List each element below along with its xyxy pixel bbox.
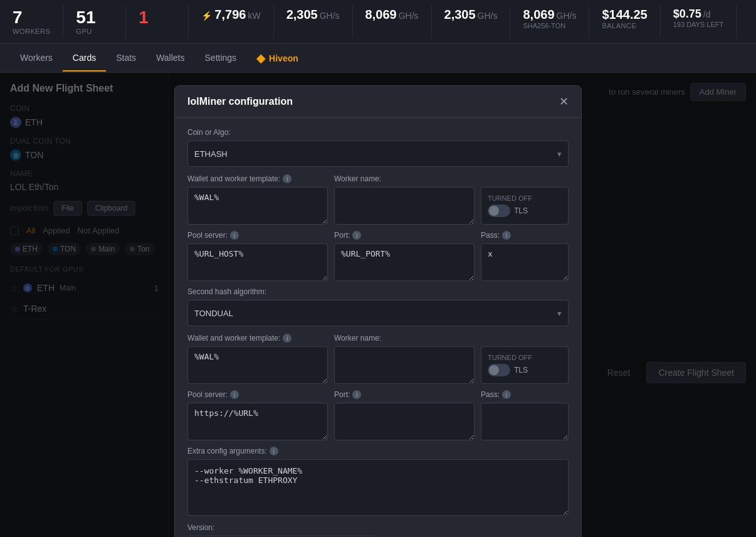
tls-field-1: TURNED OFF TLS bbox=[481, 174, 569, 225]
coin-algo-label: Coin or Algo: bbox=[187, 128, 569, 137]
pool-info-icon-2[interactable]: i bbox=[230, 390, 239, 399]
pass-info-icon-1[interactable]: i bbox=[502, 231, 511, 240]
top-bar: 7 WORKERS 51 GPU 1 ⚡ 7,796 kW 2,305 GH/s… bbox=[0, 0, 756, 44]
workers-label: WORKERS bbox=[13, 28, 50, 35]
pool-info-icon-1[interactable]: i bbox=[230, 231, 239, 240]
tls-placeholder-2 bbox=[481, 334, 569, 343]
worker-input-2[interactable] bbox=[334, 346, 475, 384]
pass-field-1: Pass: i x bbox=[481, 231, 569, 281]
hiveon-icon: ◆ bbox=[256, 51, 265, 65]
tls-placeholder-1 bbox=[481, 174, 569, 183]
nav-workers[interactable]: Workers bbox=[10, 45, 63, 72]
port-input-1[interactable]: %URL_PORT% bbox=[334, 243, 475, 281]
days-value: $0.75 bbox=[673, 8, 701, 21]
modal-title: lolMiner configuration bbox=[187, 96, 293, 107]
wallet-row-1: Wallet and worker template: i %WAL% Work… bbox=[187, 174, 569, 225]
stat-hashrate3: 2,305 GH/s bbox=[432, 5, 511, 38]
balance-value: $144.25 bbox=[602, 8, 647, 22]
stat-balance: $144.25 BALANCE bbox=[589, 5, 660, 38]
tls-toggle-wrapper-1: TURNED OFF TLS bbox=[481, 187, 569, 225]
port-info-icon-1[interactable]: i bbox=[352, 231, 361, 240]
second-hash-label: Second hash algorithm: bbox=[187, 287, 569, 296]
gpu-count: 51 bbox=[76, 8, 95, 28]
extra-config-label: Extra config arguments: i bbox=[187, 447, 569, 455]
port-info-icon-2[interactable]: i bbox=[352, 390, 361, 399]
wallet-field-2: Wallet and worker template: i %WAL% bbox=[187, 334, 328, 384]
stat-gpu: 51 GPU bbox=[63, 5, 126, 38]
second-hash-arrow: ▾ bbox=[557, 309, 562, 318]
nav-wallets[interactable]: Wallets bbox=[146, 45, 194, 72]
pool-label-1: Pool server: i bbox=[187, 231, 328, 240]
tls-field-2: TURNED OFF TLS bbox=[481, 334, 569, 384]
close-modal-btn[interactable]: ✕ bbox=[559, 96, 569, 107]
version-field: Version: 1.43 ▾ bbox=[187, 523, 375, 537]
pool-row-1: Pool server: i %URL_HOST% Port: i %URL_P… bbox=[187, 231, 569, 281]
worker-label-1: Worker name: bbox=[334, 174, 475, 183]
wallet-row-2: Wallet and worker template: i %WAL% Work… bbox=[187, 334, 569, 384]
port-input-2[interactable] bbox=[334, 403, 475, 440]
extra-config-info-icon[interactable]: i bbox=[270, 447, 278, 455]
hiveon-text: Hiveon bbox=[269, 53, 298, 63]
days-unit: /d bbox=[703, 9, 711, 19]
worker-field-2: Worker name: bbox=[334, 334, 475, 384]
extra-config-textarea[interactable]: --worker %WORKER_NAME% --ethstratum ETHP… bbox=[187, 459, 569, 516]
pool-field-2: Pool server: i https://%URL% bbox=[187, 390, 328, 440]
wallet-input-1[interactable]: %WAL% bbox=[187, 187, 328, 225]
wallet-label-1: Wallet and worker template: i bbox=[187, 174, 328, 183]
hashrate3-value: 2,305 bbox=[444, 8, 476, 22]
nav-cards[interactable]: Cards bbox=[63, 45, 106, 72]
second-hash-field: Second hash algorithm: TONDUAL ▾ bbox=[187, 287, 569, 326]
pool-field-1: Pool server: i %URL_HOST% bbox=[187, 231, 328, 281]
nav-stats[interactable]: Stats bbox=[106, 45, 146, 72]
tls-text-1: TLS bbox=[514, 206, 528, 215]
lolminer-config-modal: lolMiner configuration ✕ Coin or Algo: E… bbox=[174, 85, 582, 537]
power-value: 7,796 bbox=[214, 8, 246, 22]
modal-overlay: lolMiner configuration ✕ Coin or Algo: E… bbox=[0, 73, 756, 537]
pass-label-1: Pass: i bbox=[481, 231, 569, 240]
lightning-icon: ⚡ bbox=[201, 11, 212, 21]
pass-label-2: Pass: i bbox=[481, 390, 569, 399]
nav-settings[interactable]: Settings bbox=[195, 45, 247, 72]
hashrate2-value: 8,069 bbox=[365, 8, 397, 22]
pass-info-icon-2[interactable]: i bbox=[502, 390, 511, 399]
hashrate1-value: 2,305 bbox=[286, 8, 318, 22]
pool-label-2: Pool server: i bbox=[187, 390, 328, 399]
tls-toggle-wrapper-2: TURNED OFF TLS bbox=[481, 346, 569, 384]
wallet-input-2[interactable]: %WAL% bbox=[187, 346, 328, 384]
stat-hashrate2: 8,069 GH/s bbox=[353, 5, 432, 38]
modal-body: Coin or Algo: ETHASH ▾ Wallet and worker… bbox=[175, 118, 581, 537]
coin-algo-field: Coin or Algo: ETHASH ▾ bbox=[187, 128, 569, 167]
stat-hashrate1: 2,305 GH/s bbox=[274, 5, 353, 38]
port-field-2: Port: i bbox=[334, 390, 475, 440]
worker-input-1[interactable] bbox=[334, 187, 475, 225]
hashrate4-value: 8,069 bbox=[523, 8, 554, 22]
hashrate2-unit: GH/s bbox=[399, 11, 419, 21]
tls-toggle-1[interactable] bbox=[488, 205, 510, 217]
modal-header: lolMiner configuration ✕ bbox=[175, 86, 581, 118]
balance-label: BALANCE bbox=[602, 22, 647, 29]
coin-algo-select[interactable]: ETHASH ▾ bbox=[187, 141, 569, 167]
pass-input-1[interactable]: x bbox=[481, 243, 569, 281]
coin-algo-value: ETHASH bbox=[194, 149, 228, 159]
second-hash-value: TONDUAL bbox=[194, 309, 233, 318]
hashrate1-unit: GH/s bbox=[320, 11, 340, 21]
wallet-info-icon-2[interactable]: i bbox=[283, 334, 291, 343]
pass-input-2[interactable] bbox=[481, 403, 569, 440]
port-label-2: Port: i bbox=[334, 390, 475, 399]
wallet-info-icon-1[interactable]: i bbox=[283, 174, 291, 183]
port-label-1: Port: i bbox=[334, 231, 475, 240]
pool-input-1[interactable]: %URL_HOST% bbox=[187, 243, 328, 281]
tls-toggle-2[interactable] bbox=[488, 364, 510, 376]
pass-field-2: Pass: i bbox=[481, 390, 569, 440]
hashrate4-unit: GH/s bbox=[557, 11, 577, 21]
pool-input-2[interactable]: https://%URL% bbox=[187, 403, 328, 440]
port-field-1: Port: i %URL_PORT% bbox=[334, 231, 475, 281]
second-hash-select[interactable]: TONDUAL ▾ bbox=[187, 300, 569, 326]
wallet-field-1: Wallet and worker template: i %WAL% bbox=[187, 174, 328, 225]
power-unit: kW bbox=[248, 11, 260, 21]
hashrate4-sublabel: SHA256-TON bbox=[523, 22, 576, 29]
tls-text-2: TLS bbox=[514, 366, 528, 375]
worker-label-2: Worker name: bbox=[334, 334, 475, 343]
wallet-label-2: Wallet and worker template: i bbox=[187, 334, 328, 343]
turned-off-label-1: TURNED OFF bbox=[488, 194, 532, 202]
